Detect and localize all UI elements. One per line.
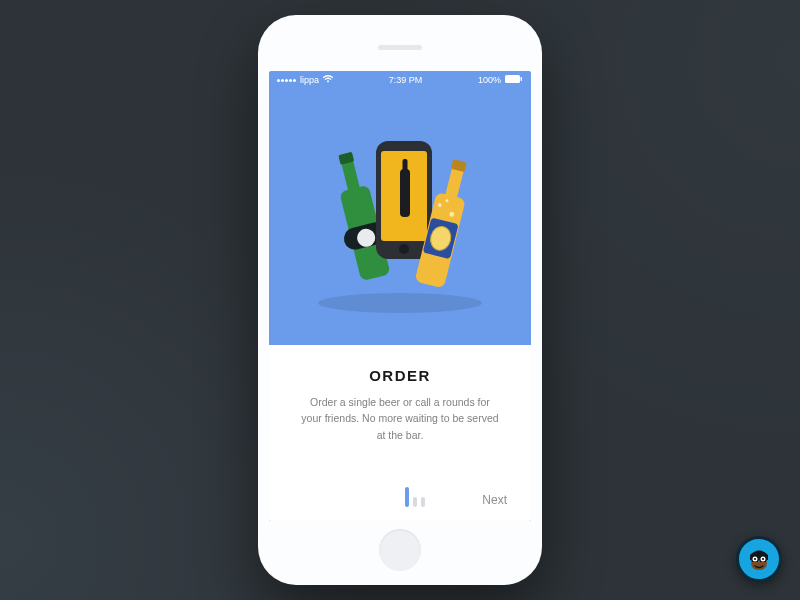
next-button[interactable]: Next — [482, 493, 507, 507]
signal-dots-icon — [277, 79, 296, 82]
phone-frame: lippa 7:39 PM 100% — [258, 15, 542, 585]
status-left: lippa — [277, 75, 333, 85]
wifi-icon — [323, 75, 333, 85]
phone-speaker — [378, 45, 422, 50]
onboarding-title: ORDER — [293, 367, 507, 384]
hero-illustration — [269, 89, 531, 345]
page-dot-3 — [421, 497, 425, 507]
battery-icon — [505, 75, 523, 85]
page-indicator — [405, 487, 425, 507]
screen: lippa 7:39 PM 100% — [269, 71, 531, 521]
svg-point-8 — [399, 244, 409, 254]
svg-rect-1 — [520, 77, 522, 81]
onboarding-panel: ORDER Order a single beer or call a roun… — [269, 345, 531, 521]
carrier-label: lippa — [300, 75, 319, 85]
svg-rect-10 — [403, 159, 408, 173]
page-dot-2 — [413, 497, 417, 507]
svg-point-24 — [762, 558, 764, 560]
page-dot-1 — [405, 487, 409, 507]
onboarding-body: Order a single beer or call a rounds for… — [293, 394, 507, 443]
home-button[interactable] — [379, 529, 421, 571]
creator-avatar[interactable] — [736, 536, 782, 582]
status-bar: lippa 7:39 PM 100% — [269, 71, 531, 89]
avatar-face-icon — [744, 544, 774, 574]
svg-rect-9 — [400, 169, 410, 217]
clock: 7:39 PM — [389, 75, 423, 85]
svg-point-2 — [318, 293, 482, 313]
onboarding-footer: Next — [293, 477, 507, 507]
svg-rect-0 — [505, 75, 520, 83]
beer-phone-illustration — [269, 89, 531, 345]
battery-label: 100% — [478, 75, 501, 85]
svg-point-23 — [754, 558, 756, 560]
status-right: 100% — [478, 75, 523, 85]
